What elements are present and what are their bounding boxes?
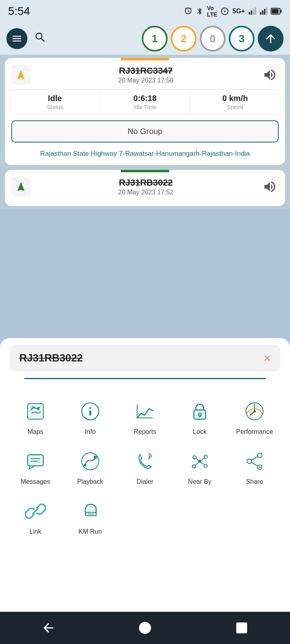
dialer-label: Dialer	[137, 478, 153, 485]
share-label: Share	[246, 478, 263, 485]
svg-line-46	[252, 462, 258, 466]
vehicle-card-1: RJ31RC3347 20 May 2023 17:50 Idle Status…	[5, 58, 285, 165]
badge-4[interactable]: 3	[229, 26, 255, 52]
svg-point-14	[37, 408, 39, 410]
status-icons: VoLTE 5G+	[184, 5, 282, 18]
svg-point-16	[89, 407, 91, 409]
badge-3[interactable]: 0	[200, 26, 226, 52]
svg-point-34	[193, 456, 196, 459]
card1-datetime: 20 May 2023 17:50	[31, 77, 261, 84]
svg-rect-6	[262, 10, 263, 14]
bottom-sheet: RJ31RB3022 × Maps	[0, 338, 290, 644]
menu-item-link[interactable]: Link	[8, 492, 63, 542]
info-label: Info	[85, 428, 96, 436]
menu-item-kmrun[interactable]: KM Run	[63, 492, 118, 542]
card1-idle-time: 0:6:18 Idle Time	[100, 90, 191, 114]
search-button[interactable]	[34, 31, 47, 47]
card1-sound-button[interactable]	[261, 66, 279, 84]
sheet-divider	[24, 378, 266, 379]
badge-2[interactable]: 2	[171, 26, 197, 52]
menu-item-share[interactable]: Share	[227, 442, 282, 492]
volte-icon: VoLTE	[207, 5, 217, 18]
svg-point-43	[247, 459, 251, 463]
menu-item-maps[interactable]: Maps	[8, 392, 63, 442]
sheet-handle-area: RJ31RB3022 ×	[0, 338, 290, 372]
main-content: RJ31RC3347 20 May 2023 17:50 Idle Status…	[0, 55, 290, 209]
badge-1[interactable]: 1	[142, 26, 168, 52]
menu-item-playback[interactable]: Playback	[63, 442, 118, 492]
svg-point-47	[259, 466, 261, 469]
bluetooth-icon	[196, 7, 204, 16]
maps-label: Maps	[27, 428, 43, 436]
nearby-label: Near By	[188, 478, 211, 485]
svg-line-38	[196, 458, 199, 460]
top-bar: 1 2 0 3	[0, 23, 290, 55]
card1-stats: Idle Status 0:6:18 Idle Time 0 km/h Spee…	[10, 89, 280, 115]
svg-rect-1	[249, 12, 250, 15]
card2-datetime: 20 May 2023 17:52	[31, 189, 261, 196]
card1-topbar	[121, 58, 169, 60]
playback-icon	[77, 448, 103, 474]
performance-icon	[242, 398, 267, 424]
nav-back-button[interactable]	[36, 616, 60, 640]
svg-point-42	[257, 453, 262, 458]
svg-rect-5	[260, 12, 261, 15]
nearby-icon	[187, 448, 213, 474]
5g-icon: 5G+	[232, 8, 245, 15]
svg-rect-7	[264, 9, 265, 14]
svg-point-36	[192, 465, 195, 468]
reports-icon	[132, 398, 158, 424]
kmrun-icon	[77, 498, 103, 524]
menu-item-performance[interactable]: Performance	[227, 392, 282, 442]
svg-line-39	[201, 458, 204, 460]
card2-topbar	[121, 170, 169, 172]
svg-point-29	[84, 464, 87, 467]
nav-recent-button[interactable]	[230, 616, 254, 640]
performance-label: Performance	[236, 428, 273, 436]
card1-speed: 0 km/h Speed	[190, 90, 280, 114]
lock-icon: 0	[187, 398, 213, 424]
share-icon	[242, 448, 267, 474]
svg-rect-3	[253, 9, 254, 14]
card1-status: Idle Status	[10, 90, 100, 114]
dialer-icon	[132, 448, 158, 474]
no-group-button[interactable]: No Group	[11, 120, 279, 142]
reports-label: Reports	[134, 428, 156, 436]
up-arrow-button[interactable]	[258, 26, 284, 52]
svg-point-35	[204, 455, 207, 458]
card2-sound-button[interactable]	[261, 178, 279, 196]
svg-point-37	[204, 464, 207, 467]
sheet-header: RJ31RB3022 ×	[10, 345, 280, 372]
menu-item-reports[interactable]: Reports	[118, 392, 172, 442]
card1-plate: RJ31RC3347	[31, 66, 261, 76]
info-icon	[77, 398, 103, 424]
svg-rect-52	[236, 623, 247, 634]
svg-point-0	[224, 10, 226, 12]
playback-label: Playback	[77, 478, 104, 485]
svg-rect-10	[272, 9, 279, 13]
sheet-close-button[interactable]: ×	[263, 352, 271, 364]
menu-item-lock[interactable]: 0 Lock	[172, 392, 227, 442]
card1-header: RJ31RC3347 20 May 2023 17:50	[5, 60, 285, 88]
status-bar: 5:54 VoLTE 5G+	[0, 0, 290, 23]
svg-point-13	[32, 407, 34, 409]
menu-item-dialer[interactable]: Dialer	[118, 442, 172, 492]
signal1-icon	[248, 7, 256, 16]
nav-home-button[interactable]	[133, 616, 157, 640]
messages-icon	[23, 448, 48, 474]
vehicle-card-2: RJ31RB3022 20 May 2023 17:52	[5, 170, 285, 206]
svg-line-45	[252, 457, 258, 460]
signal2-icon	[259, 7, 267, 16]
svg-rect-8	[266, 8, 267, 15]
svg-line-40	[195, 462, 199, 465]
menu-button[interactable]	[6, 28, 27, 49]
top-bar-left	[6, 28, 47, 49]
link-icon	[23, 498, 48, 524]
bottom-nav	[0, 612, 290, 644]
link-label: Link	[29, 528, 41, 535]
menu-item-nearby[interactable]: Near By	[172, 442, 227, 492]
menu-item-messages[interactable]: Messages	[8, 442, 63, 492]
lock-label: Lock	[193, 428, 207, 436]
menu-item-info[interactable]: Info	[63, 392, 118, 442]
svg-rect-12	[28, 404, 44, 419]
